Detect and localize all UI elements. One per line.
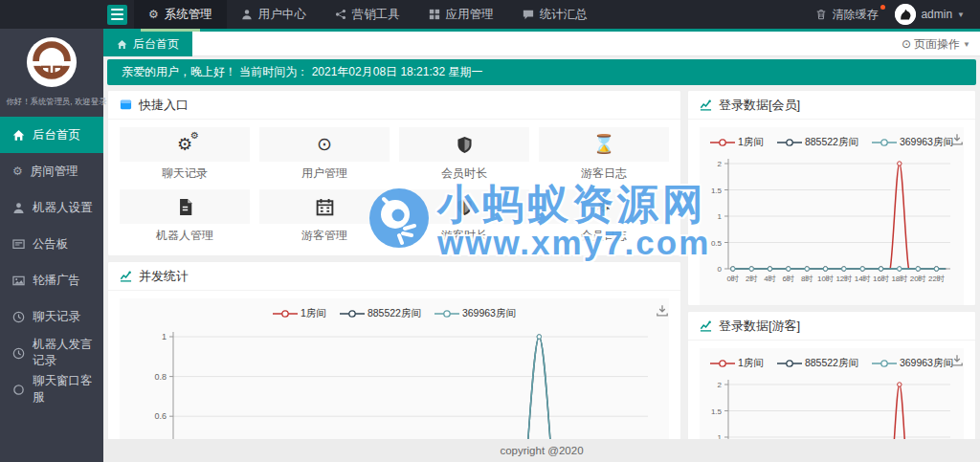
svg-text:18时: 18时 (891, 275, 907, 283)
topnav-item-5[interactable]: 统计汇总 (508, 0, 602, 29)
shortcut-button[interactable] (399, 127, 529, 162)
page-actions-dropdown[interactable]: ⊙ 页面操作 ▼ (902, 32, 970, 56)
chart-icon (120, 270, 132, 282)
legend-item[interactable]: 369963房间 (872, 136, 953, 149)
svg-text:4时: 4时 (764, 275, 775, 283)
hourglass-icon: ⌛ (592, 135, 615, 154)
svg-text:20时: 20时 (910, 275, 926, 283)
svg-text:0.8: 0.8 (154, 372, 167, 382)
legend-item[interactable]: 1房间 (710, 136, 764, 149)
svg-text:0: 0 (718, 265, 723, 274)
welcome-alert: 亲爱的用户，晚上好！ 当前时间为： 2021年02月08日 18:21:32 星… (107, 59, 976, 85)
share-icon (335, 9, 346, 20)
shortcut-item-6: 游客管理 (259, 189, 390, 252)
topnav-item-1[interactable]: ⚙系统管理 (134, 0, 227, 29)
shortcut-button[interactable] (120, 189, 250, 224)
clear-cache-button[interactable]: 清除缓存 (815, 7, 878, 23)
menu-toggle-icon[interactable] (107, 5, 127, 25)
tab-home[interactable]: 后台首页 (103, 32, 192, 56)
shortcut-button[interactable]: ⌛ (539, 127, 669, 162)
sidebar-item-6[interactable]: 聊天记录 (0, 298, 103, 335)
top-navbar: ⚙系统管理用户中心营销工具应用管理统计汇总 清除缓存 admin ▼ (0, 0, 980, 29)
svg-text:10时: 10时 (817, 275, 834, 283)
circle-icon (12, 384, 25, 396)
header-accent-strip (103, 29, 980, 32)
shortcut-item-5: 机器人管理 (120, 189, 250, 252)
cogs-icon: ⚙⚙ (177, 136, 192, 154)
shortcut-item-7: 游客时长 (399, 189, 529, 252)
clear-cache-label: 清除缓存 (832, 7, 878, 23)
legend-item[interactable]: 1房间 (710, 357, 764, 370)
concurrent-chart-card: 并发统计 1房间885522房间369963房间 00.20.40.60.810… (107, 261, 681, 462)
download-icon[interactable] (950, 354, 964, 367)
guest-card-header: 登录数据[游客] (688, 312, 975, 341)
svg-text:6时: 6时 (783, 275, 794, 283)
topbar-right: 清除缓存 admin ▼ (815, 4, 980, 25)
sidebar-item-4[interactable]: 公告板 (0, 226, 103, 262)
sidebar-item-2[interactable]: ⚙房间管理 (0, 153, 103, 189)
top-nav-menu: ⚙系统管理用户中心营销工具应用管理统计汇总 (134, 0, 602, 29)
shortcut-button[interactable]: ❄ (539, 189, 669, 224)
shortcuts-grid: ⚙⚙聊天记录⊙用户管理会员时长⌛游客日志机器人管理游客管理游客时长❄会员日志 (120, 127, 669, 252)
topnav-item-2[interactable]: 用户中心 (227, 0, 321, 29)
member-login-card: 登录数据[会员] 1房间885522房间369963房间 00.511.520时… (687, 90, 976, 306)
sidebar-item-8[interactable]: 聊天窗口客服 (0, 371, 103, 407)
sidebar-item-1[interactable]: 后台首页 (0, 117, 103, 153)
shortcut-button[interactable] (259, 189, 390, 224)
sidebar-item-5[interactable]: 轮播广告 (0, 262, 103, 298)
home-icon (117, 39, 127, 50)
legend-item[interactable]: 885522房间 (777, 357, 858, 370)
calendar-icon (316, 198, 334, 216)
member-login-chart: 1房间885522房间369963房间 00.511.520时2时4时6时8时1… (700, 127, 964, 305)
shortcuts-card-header: 快捷入口 (108, 91, 680, 120)
svg-text:8时: 8时 (801, 275, 813, 283)
home-icon (12, 129, 25, 142)
download-icon[interactable] (950, 133, 964, 146)
legend-item[interactable]: 369963房间 (872, 357, 953, 370)
svg-text:2时: 2时 (746, 275, 757, 283)
legend-item[interactable]: 885522房间 (340, 307, 421, 320)
topnav-item-4[interactable]: 应用管理 (414, 0, 508, 29)
download-icon[interactable] (656, 304, 669, 318)
gear-icon: ⚙ (12, 165, 23, 177)
svg-text:1.5: 1.5 (711, 187, 723, 195)
shortcut-button[interactable]: ⊙ (259, 127, 390, 162)
trash-icon (815, 9, 827, 20)
shortcut-button[interactable] (399, 189, 529, 224)
clock-icon (12, 311, 25, 323)
sidebar-item-7[interactable]: 机器人发言记录 (0, 335, 103, 371)
person-icon (12, 202, 25, 214)
site-logo[interactable] (0, 29, 103, 88)
legend-item[interactable]: 885522房间 (777, 136, 858, 149)
chevron-down-icon: ▼ (963, 40, 970, 49)
snowflake-icon: ❄ (596, 197, 612, 216)
topnav-item-3[interactable]: 营销工具 (321, 0, 414, 29)
board-icon (12, 238, 25, 251)
dashboard-content: 快捷入口 ⚙⚙聊天记录⊙用户管理会员时长⌛游客日志机器人管理游客管理游客时长❄会… (107, 90, 976, 462)
shortcut-button[interactable]: ⚙⚙ (120, 127, 250, 162)
svg-text:2: 2 (718, 160, 723, 168)
greeting-text: 你好！系统管理员, 欢迎登录 (6, 97, 97, 107)
file-icon (176, 198, 194, 216)
card-title: 登录数据[游客] (719, 318, 800, 335)
person-icon (241, 9, 253, 20)
legend-item[interactable]: 369963房间 (434, 307, 516, 320)
concurrent-chart: 1房间885522房间369963房间 00.20.40.60.810时2时4时… (120, 298, 669, 462)
sidebar-item-3[interactable]: 机器人设置 (0, 189, 103, 226)
dot-circle-icon: ⊙ (902, 37, 911, 51)
chat-icon (523, 9, 534, 20)
image-icon (12, 275, 25, 287)
chart-legend: 1房间885522房间369963房间 (120, 304, 669, 323)
card-title: 并发统计 (139, 268, 189, 285)
legend-item[interactable]: 1房间 (273, 307, 326, 320)
avatar (895, 4, 916, 25)
card-title: 快捷入口 (139, 97, 189, 114)
card-title: 登录数据[会员] (719, 97, 800, 114)
shortcut-item-4: ⌛游客日志 (539, 127, 669, 189)
user-menu[interactable]: admin ▼ (895, 4, 965, 25)
shortcut-item-1: ⚙⚙聊天记录 (120, 127, 250, 189)
sidebar-menu: 后台首页⚙房间管理机器人设置公告板轮播广告聊天记录机器人发言记录聊天窗口客服 (0, 117, 103, 407)
app-icon (429, 9, 440, 20)
shortcuts-card: 快捷入口 ⚙⚙聊天记录⊙用户管理会员时长⌛游客日志机器人管理游客管理游客时长❄会… (107, 90, 681, 256)
chart-icon (700, 99, 712, 111)
